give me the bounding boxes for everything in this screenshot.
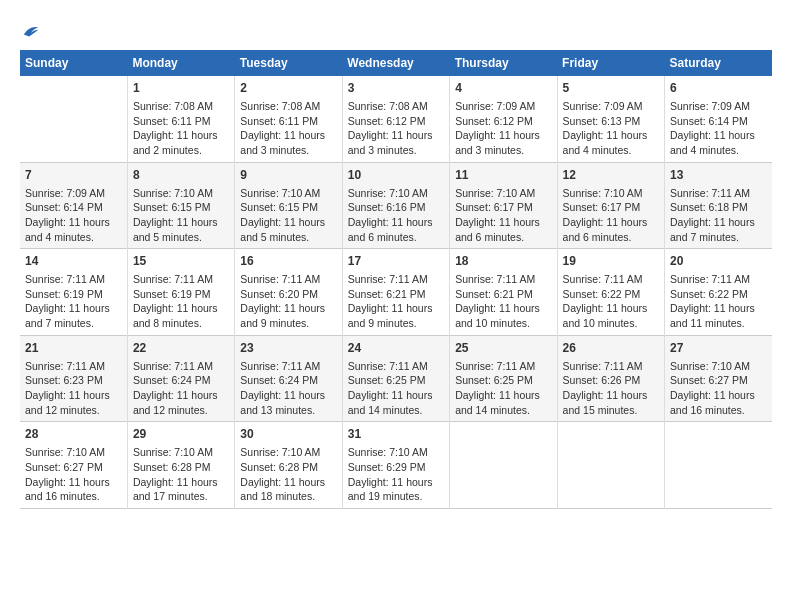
day-number: 25: [455, 340, 551, 357]
col-header-monday: Monday: [127, 50, 234, 76]
day-info: Sunrise: 7:09 AM: [563, 99, 659, 114]
day-info: and 17 minutes.: [133, 489, 229, 504]
day-number: 29: [133, 426, 229, 443]
day-info: and 2 minutes.: [133, 143, 229, 158]
day-info: Sunset: 6:24 PM: [240, 373, 336, 388]
day-info: Daylight: 11 hours: [670, 388, 767, 403]
day-info: Sunset: 6:23 PM: [25, 373, 122, 388]
day-info: Daylight: 11 hours: [240, 388, 336, 403]
day-info: and 3 minutes.: [455, 143, 551, 158]
day-info: Sunrise: 7:10 AM: [348, 186, 444, 201]
day-number: 30: [240, 426, 336, 443]
day-number: 15: [133, 253, 229, 270]
day-info: and 7 minutes.: [25, 316, 122, 331]
day-info: Sunset: 6:14 PM: [25, 200, 122, 215]
day-info: and 9 minutes.: [240, 316, 336, 331]
calendar-cell: 4Sunrise: 7:09 AMSunset: 6:12 PMDaylight…: [450, 76, 557, 162]
day-info: Sunset: 6:25 PM: [348, 373, 444, 388]
calendar-table: SundayMondayTuesdayWednesdayThursdayFrid…: [20, 50, 772, 509]
col-header-wednesday: Wednesday: [342, 50, 449, 76]
day-info: Daylight: 11 hours: [563, 215, 659, 230]
day-info: Sunrise: 7:11 AM: [348, 359, 444, 374]
col-header-tuesday: Tuesday: [235, 50, 342, 76]
day-number: 2: [240, 80, 336, 97]
week-row: 21Sunrise: 7:11 AMSunset: 6:23 PMDayligh…: [20, 335, 772, 422]
calendar-cell: 17Sunrise: 7:11 AMSunset: 6:21 PMDayligh…: [342, 249, 449, 336]
day-info: Sunset: 6:17 PM: [455, 200, 551, 215]
day-info: Sunrise: 7:11 AM: [133, 359, 229, 374]
day-info: Sunrise: 7:08 AM: [240, 99, 336, 114]
day-info: and 11 minutes.: [670, 316, 767, 331]
day-info: Sunset: 6:28 PM: [240, 460, 336, 475]
day-info: Sunset: 6:24 PM: [133, 373, 229, 388]
day-info: Sunset: 6:14 PM: [670, 114, 767, 129]
day-info: Daylight: 11 hours: [455, 388, 551, 403]
day-info: Sunset: 6:27 PM: [670, 373, 767, 388]
day-info: Daylight: 11 hours: [25, 475, 122, 490]
day-number: 12: [563, 167, 659, 184]
day-number: 21: [25, 340, 122, 357]
calendar-cell: 29Sunrise: 7:10 AMSunset: 6:28 PMDayligh…: [127, 422, 234, 509]
day-info: Sunrise: 7:10 AM: [670, 359, 767, 374]
day-info: and 16 minutes.: [25, 489, 122, 504]
week-row: 28Sunrise: 7:10 AMSunset: 6:27 PMDayligh…: [20, 422, 772, 509]
day-info: Sunrise: 7:11 AM: [455, 272, 551, 287]
day-info: Sunrise: 7:11 AM: [25, 272, 122, 287]
day-info: and 19 minutes.: [348, 489, 444, 504]
day-info: and 4 minutes.: [670, 143, 767, 158]
calendar-cell: 22Sunrise: 7:11 AMSunset: 6:24 PMDayligh…: [127, 335, 234, 422]
day-info: and 3 minutes.: [348, 143, 444, 158]
calendar-cell: [450, 422, 557, 509]
day-info: Daylight: 11 hours: [348, 128, 444, 143]
day-info: Daylight: 11 hours: [563, 301, 659, 316]
day-info: Sunset: 6:12 PM: [348, 114, 444, 129]
day-info: Sunrise: 7:11 AM: [25, 359, 122, 374]
day-info: Sunrise: 7:11 AM: [240, 272, 336, 287]
day-info: Daylight: 11 hours: [670, 301, 767, 316]
calendar-cell: 13Sunrise: 7:11 AMSunset: 6:18 PMDayligh…: [665, 162, 772, 249]
col-header-sunday: Sunday: [20, 50, 127, 76]
day-number: 14: [25, 253, 122, 270]
day-info: Sunrise: 7:11 AM: [455, 359, 551, 374]
day-info: Daylight: 11 hours: [240, 215, 336, 230]
col-header-saturday: Saturday: [665, 50, 772, 76]
calendar-cell: 8Sunrise: 7:10 AMSunset: 6:15 PMDaylight…: [127, 162, 234, 249]
day-info: Sunset: 6:15 PM: [133, 200, 229, 215]
calendar-cell: 24Sunrise: 7:11 AMSunset: 6:25 PMDayligh…: [342, 335, 449, 422]
calendar-cell: 14Sunrise: 7:11 AMSunset: 6:19 PMDayligh…: [20, 249, 127, 336]
day-info: Sunrise: 7:10 AM: [455, 186, 551, 201]
day-number: 11: [455, 167, 551, 184]
day-info: Sunset: 6:13 PM: [563, 114, 659, 129]
day-number: 20: [670, 253, 767, 270]
calendar-cell: 26Sunrise: 7:11 AMSunset: 6:26 PMDayligh…: [557, 335, 664, 422]
day-info: Sunset: 6:28 PM: [133, 460, 229, 475]
day-info: Sunrise: 7:11 AM: [670, 272, 767, 287]
day-info: Sunset: 6:26 PM: [563, 373, 659, 388]
day-number: 17: [348, 253, 444, 270]
logo-bird-icon: [22, 22, 40, 40]
day-info: and 5 minutes.: [133, 230, 229, 245]
day-number: 23: [240, 340, 336, 357]
day-info: and 10 minutes.: [563, 316, 659, 331]
day-info: Daylight: 11 hours: [25, 388, 122, 403]
calendar-cell: [557, 422, 664, 509]
day-info: Sunset: 6:25 PM: [455, 373, 551, 388]
day-info: and 14 minutes.: [455, 403, 551, 418]
day-info: Sunrise: 7:09 AM: [25, 186, 122, 201]
day-info: Sunrise: 7:08 AM: [133, 99, 229, 114]
day-info: and 12 minutes.: [25, 403, 122, 418]
day-info: and 5 minutes.: [240, 230, 336, 245]
day-info: Sunset: 6:20 PM: [240, 287, 336, 302]
day-info: Daylight: 11 hours: [563, 388, 659, 403]
day-number: 4: [455, 80, 551, 97]
day-info: Daylight: 11 hours: [348, 388, 444, 403]
day-number: 6: [670, 80, 767, 97]
calendar-cell: 31Sunrise: 7:10 AMSunset: 6:29 PMDayligh…: [342, 422, 449, 509]
day-info: Sunset: 6:29 PM: [348, 460, 444, 475]
calendar-cell: 2Sunrise: 7:08 AMSunset: 6:11 PMDaylight…: [235, 76, 342, 162]
day-info: and 6 minutes.: [348, 230, 444, 245]
calendar-cell: 16Sunrise: 7:11 AMSunset: 6:20 PMDayligh…: [235, 249, 342, 336]
calendar-cell: 19Sunrise: 7:11 AMSunset: 6:22 PMDayligh…: [557, 249, 664, 336]
day-info: Daylight: 11 hours: [455, 215, 551, 230]
day-info: Sunrise: 7:10 AM: [133, 186, 229, 201]
